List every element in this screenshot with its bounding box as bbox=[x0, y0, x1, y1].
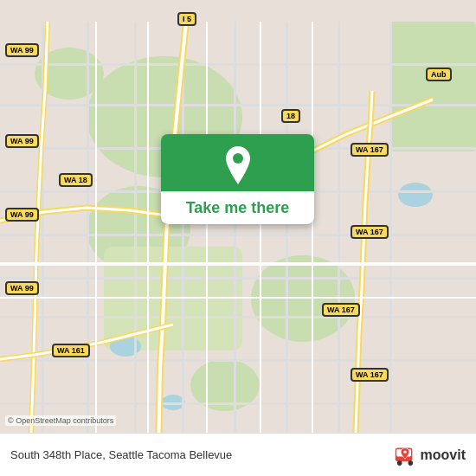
svg-rect-33 bbox=[95, 22, 97, 454]
svg-rect-31 bbox=[260, 22, 261, 454]
take-me-there-button[interactable]: Take me there bbox=[161, 134, 314, 224]
button-label[interactable]: Take me there bbox=[161, 191, 314, 224]
svg-point-35 bbox=[233, 153, 243, 164]
svg-rect-34 bbox=[147, 22, 149, 454]
moovit-text: moovit bbox=[421, 447, 466, 463]
svg-rect-16 bbox=[0, 277, 476, 280]
svg-rect-11 bbox=[0, 63, 476, 66]
moovit-icon bbox=[393, 443, 417, 467]
highway-badge-wa167-3: WA 167 bbox=[322, 303, 360, 317]
svg-rect-29 bbox=[0, 297, 476, 299]
location-pin-icon bbox=[222, 146, 254, 184]
highway-badge-wa99-3: WA 99 bbox=[5, 208, 39, 222]
highway-badge-wa18-2: 18 bbox=[281, 109, 300, 123]
city-label-aub: Aub bbox=[426, 68, 452, 81]
svg-rect-17 bbox=[0, 316, 476, 318]
map-container: I 5 WA 99 WA 99 WA 99 WA 99 WA 18 18 WA … bbox=[0, 0, 476, 476]
svg-rect-6 bbox=[389, 22, 476, 151]
svg-rect-21 bbox=[87, 22, 89, 454]
svg-point-40 bbox=[403, 450, 407, 453]
highway-badge-i5: I 5 bbox=[177, 12, 196, 26]
svg-rect-22 bbox=[134, 22, 137, 454]
svg-rect-27 bbox=[389, 22, 392, 454]
location-text: South 348th Place, Seattle Tacoma Bellev… bbox=[10, 448, 232, 461]
highway-badge-wa167-2: WA 167 bbox=[351, 225, 389, 239]
svg-rect-24 bbox=[234, 22, 236, 454]
svg-rect-26 bbox=[338, 22, 340, 454]
highway-badge-wa18-1: WA 18 bbox=[59, 173, 93, 187]
bottom-bar: South 348th Place, Seattle Tacoma Bellev… bbox=[0, 433, 476, 476]
svg-point-38 bbox=[396, 460, 402, 466]
svg-rect-25 bbox=[286, 22, 288, 454]
highway-badge-wa99-4: WA 99 bbox=[5, 281, 39, 295]
svg-rect-15 bbox=[0, 234, 476, 236]
svg-rect-12 bbox=[0, 104, 476, 106]
svg-rect-19 bbox=[0, 402, 476, 405]
highway-badge-wa167-1: WA 167 bbox=[351, 143, 389, 157]
svg-point-10 bbox=[398, 183, 433, 207]
svg-point-39 bbox=[408, 460, 413, 466]
svg-rect-18 bbox=[0, 359, 476, 362]
pin-area bbox=[222, 134, 254, 191]
svg-rect-30 bbox=[206, 22, 208, 454]
highway-badge-wa99-2: WA 99 bbox=[5, 134, 39, 148]
svg-rect-28 bbox=[0, 262, 476, 266]
highway-badge-wa167-4: WA 167 bbox=[351, 368, 389, 382]
svg-rect-32 bbox=[312, 22, 313, 454]
highway-badge-wa99-1: WA 99 bbox=[5, 43, 39, 57]
map-attribution: © OpenStreetMap contributors bbox=[5, 415, 116, 426]
moovit-logo: moovit bbox=[393, 443, 466, 467]
map-svg bbox=[0, 0, 476, 476]
highway-badge-wa161: WA 161 bbox=[52, 344, 90, 357]
